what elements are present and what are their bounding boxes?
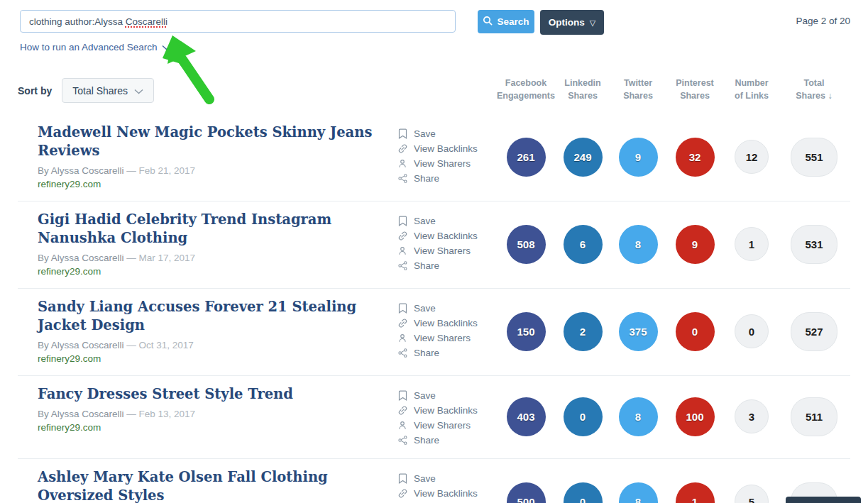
share-link[interactable]: Share: [397, 433, 496, 448]
link-icon: [397, 318, 408, 328]
number-of-links-badge: 0: [735, 314, 769, 348]
result-actions: Save View Backlinks View Sharers Share: [397, 385, 496, 448]
twitter-shares-badge: 375: [619, 312, 658, 351]
view-sharers-link[interactable]: View Sharers: [397, 331, 496, 346]
sort-descending-icon: ↓: [828, 91, 832, 101]
number-of-links-badge: 5: [735, 485, 769, 503]
facebook-engagements-badge: 261: [507, 138, 546, 177]
result-actions: Save View Backlinks View Sharers Share: [397, 211, 496, 273]
column-header-pinterest: PinterestShares: [666, 70, 723, 102]
result-info: Ashley Mary Kate Olsen Fall Clothing Ove…: [18, 468, 397, 503]
share-nodes-icon: [397, 435, 408, 446]
result-title-link[interactable]: Fancy Dresses Street Style Trend: [38, 385, 293, 404]
advanced-search-link[interactable]: How to run an Advanced Search: [20, 42, 171, 52]
result-actions: Save View Backlinks View Sharers Share: [397, 298, 496, 360]
linkedin-shares-badge: 6: [564, 225, 603, 264]
view-backlinks-link[interactable]: View Backlinks: [397, 141, 496, 156]
result-info: Sandy Liang Accuses Forever 21 Stealing …: [18, 298, 397, 365]
number-of-links-badge: 12: [735, 140, 769, 174]
bottom-right-partial-button[interactable]: [786, 497, 861, 503]
person-icon: [397, 245, 408, 256]
save-link[interactable]: Save: [397, 301, 496, 316]
search-query-spellchecked: Coscarelli: [126, 16, 167, 27]
view-backlinks-link[interactable]: View Backlinks: [397, 228, 496, 243]
top-search-bar: clothing author:Alyssa Coscarelli Search…: [20, 10, 850, 34]
column-header-twitter: TwitterShares: [610, 70, 666, 102]
result-title-link[interactable]: Sandy Liang Accuses Forever 21 Stealing …: [38, 298, 397, 335]
facebook-engagements-badge: 150: [507, 312, 546, 351]
linkedin-shares-badge: 2: [564, 312, 603, 351]
link-icon: [397, 488, 408, 499]
twitter-shares-badge: 8: [619, 482, 658, 503]
linkedin-shares-badge: 0: [564, 482, 603, 503]
share-nodes-icon: [397, 173, 408, 184]
link-icon: [397, 231, 408, 241]
sort-dropdown-value: Total Shares: [72, 85, 128, 96]
share-link[interactable]: Share: [397, 171, 496, 186]
save-link[interactable]: Save: [397, 471, 496, 486]
result-row: Fancy Dresses Street Style Trend By Alys…: [18, 375, 850, 458]
view-sharers-link[interactable]: View Sharers: [397, 156, 496, 171]
result-byline: By Alyssa Coscarelli — Feb 13, 2017: [38, 409, 397, 419]
total-shares-badge: 511: [791, 397, 837, 436]
result-actions: Save View Backlinks View Sharers Share: [397, 468, 496, 503]
result-row: Gigi Hadid Celebrity Trend Instagram Nan…: [18, 201, 850, 288]
twitter-shares-badge: 9: [619, 138, 658, 177]
total-shares-badge: 527: [791, 312, 837, 351]
view-backlinks-link[interactable]: View Backlinks: [397, 316, 496, 331]
column-header-total-shares[interactable]: Total Shares ↓: [780, 70, 848, 102]
search-button[interactable]: Search: [478, 10, 534, 33]
result-domain-link[interactable]: refinery29.com: [38, 179, 101, 189]
save-link[interactable]: Save: [397, 214, 496, 228]
save-link[interactable]: Save: [397, 388, 496, 403]
sort-dropdown[interactable]: Total Shares: [62, 78, 154, 103]
search-input[interactable]: clothing author:Alyssa Coscarelli: [20, 10, 456, 33]
sort-control: Sort by Total Shares: [18, 70, 397, 103]
twitter-shares-badge: 8: [619, 225, 658, 264]
number-of-links-badge: 1: [735, 227, 769, 261]
save-link[interactable]: Save: [397, 126, 496, 141]
search-button-label: Search: [497, 16, 529, 27]
result-byline: By Alyssa Coscarelli — Feb 21, 2017: [38, 165, 397, 176]
facebook-engagements-badge: 508: [507, 225, 546, 264]
person-icon: [397, 158, 408, 169]
table-header: Sort by Total Shares FacebookEngagements…: [18, 70, 850, 114]
bookmark-icon: [397, 473, 408, 484]
number-of-links-badge: 3: [735, 399, 769, 433]
linkedin-shares-badge: 249: [564, 138, 603, 177]
bookmark-icon: [397, 128, 408, 139]
view-sharers-link[interactable]: View Sharers: [397, 418, 496, 433]
view-backlinks-link[interactable]: View Backlinks: [397, 403, 496, 418]
result-row: Madewell New Magic Pockets Skinny Jeans …: [18, 114, 850, 201]
facebook-engagements-badge: 403: [507, 397, 546, 436]
result-title-link[interactable]: Ashley Mary Kate Olsen Fall Clothing Ove…: [38, 468, 397, 503]
result-domain-link[interactable]: refinery29.com: [38, 266, 101, 277]
chevron-down-icon: [134, 85, 143, 96]
triangle-down-icon: ▽: [590, 19, 595, 27]
share-link[interactable]: Share: [397, 346, 496, 360]
pinterest-shares-badge: 9: [676, 225, 715, 264]
search-icon: [483, 16, 493, 28]
result-domain-link[interactable]: refinery29.com: [38, 353, 101, 364]
total-shares-badge: 551: [791, 138, 837, 177]
search-query-text: clothing author:Alyssa: [29, 16, 126, 27]
total-shares-badge: 531: [791, 225, 837, 264]
bookmark-icon: [397, 303, 408, 314]
result-title-link[interactable]: Madewell New Magic Pockets Skinny Jeans …: [38, 123, 397, 160]
view-backlinks-link[interactable]: View Backlinks: [397, 486, 496, 501]
result-domain-link[interactable]: refinery29.com: [38, 422, 101, 433]
link-icon: [397, 143, 408, 154]
result-title-link[interactable]: Gigi Hadid Celebrity Trend Instagram Nan…: [38, 211, 397, 248]
linkedin-shares-badge: 0: [564, 397, 603, 436]
share-nodes-icon: [397, 260, 408, 271]
share-link[interactable]: Share: [397, 258, 496, 273]
bookmark-icon: [397, 216, 408, 226]
view-sharers-link[interactable]: View Sharers: [397, 243, 496, 258]
options-button[interactable]: Options ▽: [540, 10, 604, 35]
column-header-facebook: FacebookEngagements: [496, 70, 556, 102]
page-indicator: Page 2 of 20: [796, 16, 850, 26]
column-header-linkedin: LinkedinShares: [556, 70, 610, 102]
result-info: Fancy Dresses Street Style Trend By Alys…: [18, 385, 397, 433]
pinterest-shares-badge: 32: [676, 138, 715, 177]
pinterest-shares-badge: 100: [676, 397, 715, 436]
